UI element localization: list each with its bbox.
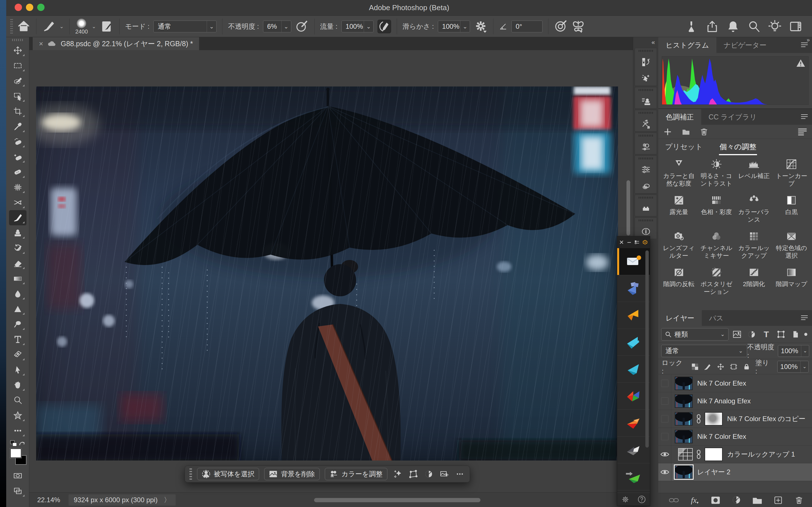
color-swatches[interactable]	[9, 448, 27, 468]
nik-item-cyan-stack[interactable]	[617, 329, 650, 356]
layer-mask-thumbnail[interactable]	[705, 412, 723, 426]
adj-levels[interactable]: レベル補正	[735, 159, 773, 187]
canvas-pasteboard[interactable]	[29, 50, 633, 492]
canvas-image[interactable]	[36, 87, 618, 460]
layer-row[interactable]: Nik 7 Color Efex のコピー	[658, 410, 812, 428]
swap-colors-icon[interactable]	[18, 441, 26, 447]
mask-link-icon[interactable]	[696, 450, 701, 459]
panel-menu-icon[interactable]	[801, 114, 808, 120]
color-mixer-panel-button[interactable]	[638, 140, 654, 153]
filter-adjustment-layers[interactable]	[746, 328, 758, 341]
quick-mask-button[interactable]	[9, 468, 27, 483]
screen-mode-button[interactable]	[9, 483, 27, 499]
new-layer-button[interactable]	[772, 495, 784, 505]
window-zoom-button[interactable]	[37, 4, 45, 11]
mask-link-icon[interactable]	[696, 414, 701, 424]
dock-grip[interactable]	[639, 135, 653, 136]
adj-gradient-map[interactable]: 階調マップ	[773, 267, 810, 295]
dock-grip[interactable]	[639, 196, 653, 199]
toolbar-grip[interactable]	[12, 39, 23, 41]
default-colors-icon[interactable]	[10, 440, 17, 447]
document-dimensions[interactable]: 9324 px x 6000 px (300 ppi) 〉	[68, 494, 175, 506]
visibility-toggle[interactable]	[658, 392, 671, 410]
remove-background-button[interactable]: 背景を削除	[264, 468, 320, 480]
nik-item-sharpener-in[interactable]	[617, 463, 650, 490]
tool-rectangular-marquee[interactable]	[9, 58, 27, 73]
dock-grip[interactable]	[639, 89, 653, 91]
tool-object-selection[interactable]	[9, 89, 27, 104]
tool-options-panel-button[interactable]	[638, 118, 654, 130]
minimize-icon[interactable]	[627, 239, 631, 245]
add-mask-button[interactable]	[710, 495, 721, 505]
layer-blend-mode-select[interactable]: 通常 ⌄	[661, 345, 747, 357]
pressure-size-toggle[interactable]	[554, 20, 567, 33]
new-adjustment-layer-button[interactable]	[731, 495, 742, 505]
layer-thumbnail[interactable]	[675, 430, 693, 443]
adj-posterize[interactable]: ポスタリゼーション	[698, 267, 735, 295]
tool-path-select[interactable]	[9, 362, 27, 378]
foreground-color-swatch[interactable]	[10, 448, 21, 458]
adj-selective-color[interactable]: 特定色域の選択	[773, 231, 810, 260]
nik-item-mail[interactable]	[617, 248, 650, 275]
tool-pen[interactable]	[9, 347, 27, 362]
beta-feedback-button[interactable]	[684, 20, 698, 33]
adj-brightness-contrast[interactable]: 明るさ・コントラスト	[698, 159, 735, 187]
notifications-button[interactable]	[726, 20, 740, 33]
select-subject-button[interactable]: 被写体を選択	[197, 468, 259, 480]
clone-source-panel-button[interactable]	[638, 95, 654, 107]
history-panel-button[interactable]	[638, 56, 654, 68]
panel-menu-icon[interactable]	[801, 315, 808, 321]
layer-row[interactable]: Nik 7 Color Efex	[658, 428, 812, 446]
subtab-presets[interactable]: プリセット	[665, 140, 703, 154]
tab-histogram[interactable]: ヒストグラム	[658, 37, 716, 53]
link-layers-button[interactable]	[668, 495, 679, 505]
lock-artboard-button[interactable]	[729, 362, 738, 371]
tool-patch[interactable]	[9, 180, 27, 195]
tool-spot-healing[interactable]	[9, 149, 27, 165]
visibility-toggle[interactable]	[658, 428, 671, 445]
filter-shape-layers[interactable]	[775, 328, 787, 341]
lock-transparency-button[interactable]	[691, 362, 699, 371]
nik-item-sharpener-out[interactable]	[617, 490, 650, 493]
layer-thumbnail[interactable]	[675, 412, 693, 426]
nik-item-orange-red[interactable]	[617, 409, 650, 437]
discover-button[interactable]	[768, 20, 781, 33]
tool-remove[interactable]	[9, 165, 27, 180]
filter-toggle-partial[interactable]	[804, 328, 809, 341]
transform-button[interactable]	[408, 468, 418, 480]
layer-filter-select[interactable]: 種類 ⌄	[661, 328, 728, 341]
nik-item-flag-orange[interactable]	[617, 302, 650, 329]
layer-thumbnail[interactable]	[675, 465, 693, 479]
chevron-down-icon[interactable]: ⌄	[59, 23, 64, 30]
visibility-toggle[interactable]	[658, 463, 671, 481]
layer-row-selected[interactable]: レイヤー 2	[658, 463, 812, 481]
properties-panel-button[interactable]	[638, 163, 654, 176]
layer-row[interactable]: Nik 7 Analog Efex	[658, 392, 812, 410]
lock-all-button[interactable]	[742, 362, 751, 371]
window-close-button[interactable]	[15, 4, 22, 11]
close-icon[interactable]	[619, 239, 624, 245]
adj-black-white[interactable]: 白黒	[773, 194, 810, 223]
gear-icon[interactable]	[621, 495, 629, 504]
smoothing-options-button[interactable]	[474, 20, 488, 33]
nik-item-cyan-single[interactable]	[617, 356, 650, 383]
blend-mode-select[interactable]: 通常 ⌄	[153, 20, 216, 33]
patterns-panel-button[interactable]	[638, 203, 654, 215]
tab-adjustments[interactable]: 色調補正	[658, 109, 701, 125]
chevron-down-icon[interactable]: ⌄	[92, 23, 96, 30]
nik-item-multicolor[interactable]	[617, 383, 650, 410]
tool-type[interactable]	[9, 332, 27, 347]
tool-move[interactable]	[9, 43, 27, 58]
tab-paths[interactable]: パス	[702, 310, 731, 326]
tab-navigator[interactable]: ナビゲーター	[716, 37, 774, 53]
opacity-field[interactable]: 6% ⌄	[263, 20, 291, 33]
tab-cc-libraries[interactable]: CC ライブラリ	[701, 109, 764, 125]
tool-healing-brush[interactable]	[9, 134, 27, 149]
document-tab[interactable]: × G88.psdc @ 22.1% (レイヤー 2, RGB/8) *	[33, 37, 199, 50]
subtab-single-adjustments[interactable]: 個々の調整	[719, 140, 757, 154]
flow-field[interactable]: 100% ⌄	[342, 20, 373, 33]
adj-color-lookup[interactable]: カラールックアップ	[735, 231, 773, 260]
dock-collapse-button[interactable]: «	[633, 38, 658, 47]
taskbar-adjustment-button[interactable]	[423, 468, 434, 480]
nik-item-collage-blue[interactable]	[617, 275, 650, 302]
